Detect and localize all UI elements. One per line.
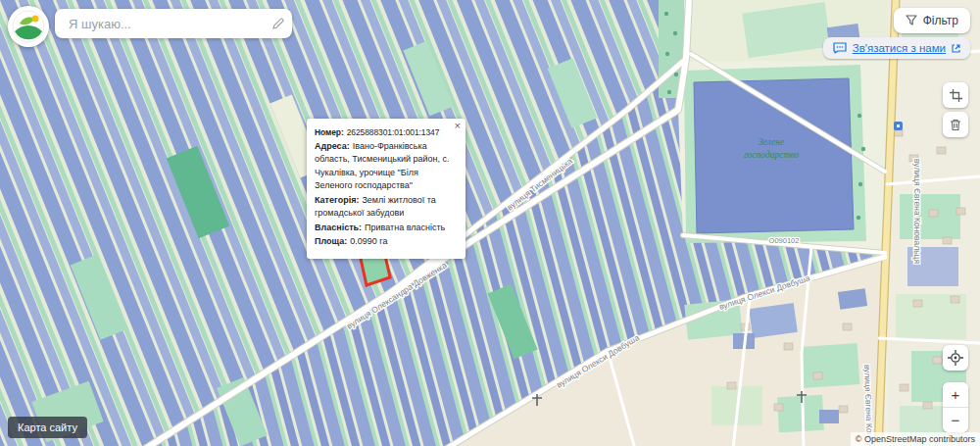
edit-icon[interactable] [271,18,284,30]
field-label: Площа: [315,236,350,246]
contact-button-label: Зв'язатися з нами [853,42,946,54]
popup-field-ownership: Власність:Приватна власність [315,222,458,235]
contact-button[interactable]: Зв'язатися з нами [823,37,970,59]
trash-icon [950,119,961,131]
close-icon[interactable]: × [453,119,463,133]
logo[interactable] [8,6,49,47]
locate-button[interactable] [943,345,968,371]
delete-button[interactable] [943,112,968,137]
zoom-out-button[interactable]: − [943,408,968,432]
field-label: Номер: [315,127,347,137]
field-value: 2625888301:01:001:1347 [347,127,440,137]
parcel-info-popup: × Номер:2625888301:01:001:1347 Адреса:Ів… [307,119,466,259]
road-code-label: О090102 [769,236,800,245]
filter-button[interactable]: Фільтр [894,8,970,33]
urban-right-strip [888,0,980,446]
svg-text:Зелене: Зелене [759,137,784,147]
app-window: вулиця Олександра Довженка вулиця Тисмен… [0,0,980,446]
bus-stop-icon [894,122,903,130]
chat-icon [833,42,847,54]
site-map-button[interactable]: Карта сайту [8,417,87,438]
zoom-panel: + − [943,382,968,432]
map-canvas[interactable]: вулиця Олександра Довженка вулиця Тисмен… [0,0,980,446]
popup-field-number: Номер:2625888301:01:001:1347 [315,126,458,139]
search-bar [55,9,292,38]
field-label: Адреса: [315,141,353,151]
filter-button-label: Фільтр [923,14,958,27]
street-label-konovaltsia-1: вулиця Євгена Коновальця [912,159,922,264]
crop-icon [950,89,962,102]
field-value: Приватна власність [365,223,445,232]
field-label: Категорія: [315,195,362,205]
search-input[interactable] [67,16,271,32]
field-label: Власність: [315,223,365,232]
measure-area-button[interactable] [943,82,968,108]
zoom-in-button[interactable]: + [943,382,968,407]
popup-field-area: Площа:0.0990 га [315,235,458,249]
logo-icon [12,10,45,43]
popup-field-category: Категорія:Землі житлової та громадської … [315,194,458,221]
popup-field-address: Адреса:Івано-Франківська область, Тисмен… [315,140,458,193]
filter-icon [906,15,917,26]
osm-attribution[interactable]: © OpenStreetMap contributors [851,432,980,446]
field-value: 0.0990 га [350,236,387,246]
external-link-icon [952,44,960,53]
svg-text:господарство: господарство [744,150,799,160]
locate-icon [948,350,963,366]
